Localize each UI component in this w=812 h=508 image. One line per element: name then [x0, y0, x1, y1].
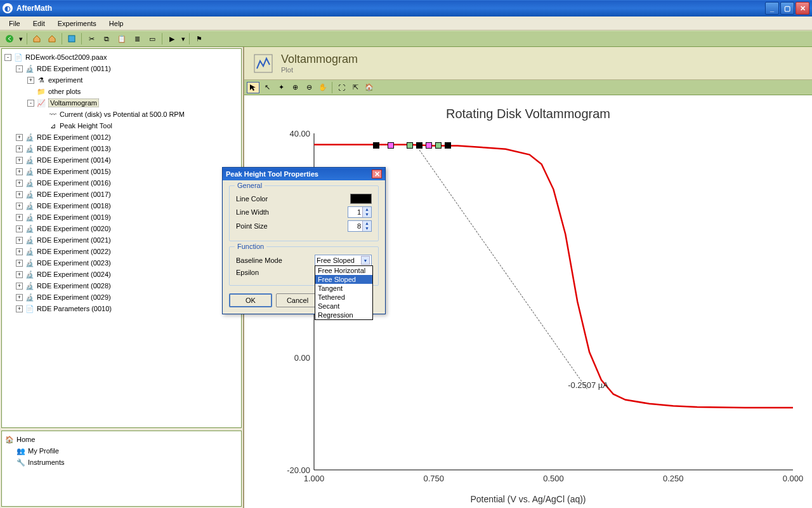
expand-toggle[interactable]: + [16, 134, 23, 141]
tree-item[interactable]: 📁other plots [3, 86, 240, 97]
home-button[interactable] [30, 32, 44, 45]
expand-toggle[interactable]: - [16, 65, 23, 72]
tree-item[interactable]: +🔬RDE Experiment (0014) [3, 154, 240, 166]
tree-item[interactable]: +🔬RDE Experiment (0029) [3, 291, 240, 303]
home-label[interactable]: Home [16, 436, 35, 443]
cut-button[interactable]: ✂ [84, 32, 98, 45]
run-button[interactable]: ▶ [165, 32, 179, 45]
expand-toggle[interactable]: + [16, 225, 23, 232]
combo-option[interactable]: Regression [315, 311, 372, 319]
home-item[interactable]: Instruments [28, 458, 64, 466]
baseline-marker[interactable] [426, 142, 432, 149]
combo-option[interactable]: Free Sloped [315, 275, 372, 284]
baseline-marker[interactable] [373, 142, 379, 149]
zoom-out-tool[interactable]: ⊖ [303, 82, 315, 93]
tree-item[interactable]: +🔬RDE Experiment (0024) [3, 269, 240, 280]
chevron-down-icon[interactable]: ▼ [361, 256, 370, 265]
expand-toggle[interactable]: + [16, 145, 23, 152]
pointer-tool[interactable]: ↖ [261, 82, 273, 93]
expand-toggle[interactable]: + [16, 294, 23, 301]
baseline-mode-combo[interactable]: Free Sloped ▼ Free HorizontalFree Sloped… [315, 255, 372, 266]
peak-height-dialog[interactable]: Peak Height Tool Properties ✕ General Li… [222, 167, 386, 314]
spin-up-icon[interactable]: ▲ [362, 221, 371, 226]
tree-item[interactable]: +📄RDE Parameters (0010) [3, 303, 240, 314]
combo-option[interactable]: Tethered [315, 293, 372, 302]
zoom-in-tool[interactable]: ⊕ [289, 82, 301, 93]
expand-toggle[interactable]: - [27, 100, 34, 107]
point-size-input[interactable] [348, 221, 362, 231]
expand-toggle[interactable]: + [16, 237, 23, 244]
expand-toggle[interactable]: + [16, 214, 23, 221]
baseline-marker[interactable] [388, 142, 394, 149]
baseline-marker[interactable] [435, 142, 442, 149]
close-button[interactable]: ✕ [796, 2, 809, 15]
flag-button[interactable]: ⚑ [192, 32, 206, 45]
run-menu-button[interactable]: ▾ [180, 32, 187, 45]
crosshair-tool[interactable]: ✦ [275, 82, 287, 93]
combo-option[interactable]: Secant [315, 302, 372, 311]
tree-item[interactable]: +🔬RDE Experiment (0028) [3, 280, 240, 291]
tree-item[interactable]: +⚗experiment [3, 74, 240, 86]
expand-toggle[interactable]: + [27, 77, 34, 84]
expand-toggle[interactable]: - [4, 54, 11, 61]
baseline-marker[interactable] [407, 142, 413, 149]
back-button[interactable] [3, 32, 16, 45]
tree-item[interactable]: +🔬RDE Experiment (0020) [3, 223, 240, 234]
home-item[interactable]: My Profile [28, 447, 59, 455]
expand-toggle[interactable]: + [16, 157, 23, 164]
paste-button[interactable]: 📋 [115, 32, 129, 45]
back-history-button[interactable]: ▾ [18, 32, 24, 45]
spin-down-icon[interactable]: ▼ [362, 226, 371, 231]
ok-button[interactable]: OK [229, 293, 272, 307]
cancel-button[interactable]: Cancel [276, 293, 319, 307]
menu-help[interactable]: Help [104, 18, 129, 29]
baseline-mode-list[interactable]: Free HorizontalFree SlopedTangentTethere… [315, 265, 373, 320]
spin-down-icon[interactable]: ▼ [362, 212, 371, 217]
tree-item[interactable]: +🔬RDE Experiment (0018) [3, 200, 240, 211]
menu-edit[interactable]: Edit [28, 18, 50, 29]
list-button[interactable]: ≣ [130, 32, 144, 45]
baseline-marker[interactable] [416, 142, 422, 149]
combo-option[interactable]: Tangent [315, 284, 372, 293]
home-alt-button[interactable] [45, 32, 59, 45]
expand-toggle[interactable]: + [16, 305, 23, 312]
expand-toggle[interactable]: + [16, 260, 23, 267]
expand-toggle[interactable]: + [16, 191, 23, 198]
tree-item[interactable]: +🔬RDE Experiment (0015) [3, 166, 240, 177]
point-size-spinner[interactable]: ▲▼ [348, 220, 372, 232]
dialog-close-button[interactable]: ✕ [372, 170, 382, 178]
tree-item[interactable]: -🔬RDE Experiment (0011) [3, 63, 240, 74]
tree-item[interactable]: +🔬RDE Experiment (0016) [3, 177, 240, 189]
doc-button[interactable]: ▭ [145, 32, 159, 45]
line-width-spinner[interactable]: ▲▼ [348, 206, 372, 218]
copy-button[interactable]: ⧉ [100, 32, 114, 45]
tree-item[interactable]: +🔬RDE Experiment (0023) [3, 257, 240, 269]
expand-toggle[interactable]: + [16, 248, 23, 255]
home-plot-tool[interactable]: 🏠 [363, 82, 376, 93]
export-tool[interactable]: ⇱ [349, 82, 362, 93]
tree-item[interactable]: +🔬RDE Experiment (0012) [3, 131, 240, 143]
tree-item[interactable]: +🔬RDE Experiment (0013) [3, 143, 240, 154]
expand-toggle[interactable]: + [16, 203, 23, 210]
menu-experiments[interactable]: Experiments [53, 18, 102, 29]
expand-toggle[interactable]: + [16, 283, 23, 290]
select-tool[interactable] [247, 82, 259, 93]
line-color-swatch[interactable] [350, 194, 372, 204]
dialog-titlebar[interactable]: Peak Height Tool Properties ✕ [223, 168, 385, 180]
project-tree[interactable]: -📄RDEwork-05oct2009.paax-🔬RDE Experiment… [1, 48, 242, 428]
combo-option[interactable]: Free Horizontal [315, 266, 372, 275]
minimize-button[interactable]: _ [765, 2, 779, 15]
tree-item[interactable]: 〰Current (disk) vs Potential at 500.0 RP… [3, 109, 240, 120]
spin-up-icon[interactable]: ▲ [362, 207, 371, 212]
pan-tool[interactable]: ✋ [317, 82, 329, 93]
baseline-marker[interactable] [445, 142, 451, 149]
menu-file[interactable]: File [4, 18, 25, 29]
tree-item[interactable]: -📄RDEwork-05oct2009.paax [3, 51, 240, 63]
expand-toggle[interactable]: + [16, 168, 23, 175]
tree-item[interactable]: -📈Voltammogram [3, 97, 240, 109]
tree-item[interactable]: +🔬RDE Experiment (0019) [3, 211, 240, 223]
tree-item[interactable]: ⊿Peak Height Tool [3, 120, 240, 131]
fit-tool[interactable]: ⛶ [335, 82, 348, 93]
tree-item[interactable]: +🔬RDE Experiment (0022) [3, 246, 240, 257]
save-button[interactable] [65, 32, 79, 45]
